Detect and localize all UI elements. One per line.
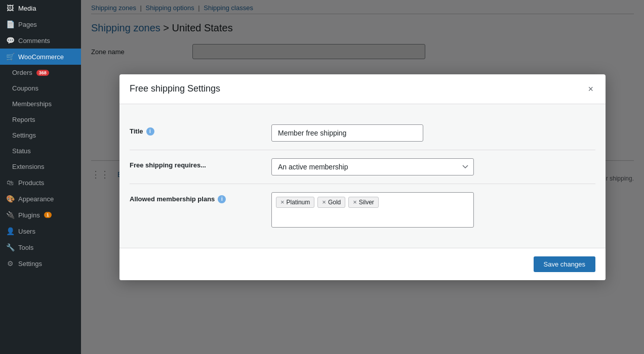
comments-icon: 💬 (6, 36, 14, 45)
sidebar-item-plugins[interactable]: 🔌 Plugins 1 (0, 207, 81, 223)
sidebar-item-reports[interactable]: Reports (0, 112, 81, 127)
title-input[interactable] (271, 124, 423, 142)
plugins-badge: 1 (44, 212, 52, 218)
modal-header: Free shipping Settings × (119, 74, 606, 104)
sidebar-item-woocommerce[interactable]: 🛒 WooCommerce (0, 49, 81, 65)
products-icon: 🛍 (6, 179, 14, 187)
orders-badge: 368 (36, 70, 49, 76)
modal-title: Free shipping Settings (130, 83, 220, 94)
requires-row: Free shipping requires... An active memb… (130, 150, 595, 184)
plans-row: Allowed membership plans i × Platinum × … (130, 184, 595, 236)
modal-footer: Save changes (119, 248, 606, 280)
plans-field: × Platinum × Gold × Silver (271, 192, 595, 228)
sidebar-item-media[interactable]: 🖼 Media (0, 0, 81, 16)
main-content: Shipping zones | Shipping options | Ship… (81, 0, 644, 354)
tools-icon: 🔧 (6, 243, 14, 251)
title-label: Title i (130, 124, 271, 136)
sidebar-item-tools[interactable]: 🔧 Tools (0, 239, 81, 255)
tag-silver-remove[interactable]: × (353, 199, 357, 205)
media-icon: 🖼 (6, 4, 14, 12)
users-icon: 👤 (6, 227, 14, 235)
sidebar-item-settings2[interactable]: ⚙ Settings (0, 255, 81, 272)
modal-body: Title i Free shipping requires... An act… (119, 104, 606, 248)
tags-container[interactable]: × Platinum × Gold × Silver (271, 192, 474, 228)
sidebar-item-settings[interactable]: Settings (0, 127, 81, 143)
sidebar-item-extensions[interactable]: Extensions (0, 159, 81, 174)
sidebar-item-orders[interactable]: Orders 368 (0, 65, 81, 80)
plans-info-icon[interactable]: i (218, 195, 226, 203)
tag-gold-remove[interactable]: × (322, 199, 326, 205)
sidebar-item-users[interactable]: 👤 Users (0, 223, 81, 239)
requires-label: Free shipping requires... (130, 158, 271, 169)
pages-icon: 📄 (6, 20, 14, 28)
requires-field: An active membership A valid coupon A mi… (271, 158, 595, 175)
free-shipping-modal: Free shipping Settings × Title i (119, 74, 606, 280)
woocommerce-icon: 🛒 (6, 53, 14, 61)
sidebar-item-products[interactable]: 🛍 Products (0, 174, 81, 191)
sidebar: 🖼 Media 📄 Pages 💬 Comments 🛒 WooCommerce… (0, 0, 81, 354)
title-field (271, 124, 595, 142)
sidebar-item-pages[interactable]: 📄 Pages (0, 16, 81, 32)
requires-select[interactable]: An active membership A valid coupon A mi… (271, 158, 474, 175)
sidebar-item-memberships[interactable]: Memberships (0, 96, 81, 112)
plans-label: Allowed membership plans i (130, 192, 271, 203)
save-changes-button[interactable]: Save changes (534, 256, 595, 272)
modal-close-button[interactable]: × (586, 82, 595, 96)
sidebar-item-status[interactable]: Status (0, 143, 81, 159)
sidebar-item-coupons[interactable]: Coupons (0, 80, 81, 96)
modal-overlay[interactable]: Free shipping Settings × Title i (81, 0, 644, 354)
sidebar-item-appearance[interactable]: 🎨 Appearance (0, 191, 81, 207)
title-info-icon[interactable]: i (146, 127, 154, 136)
tag-platinum: × Platinum (276, 197, 314, 208)
sidebar-item-comments[interactable]: 💬 Comments (0, 32, 81, 49)
settings-icon: ⚙ (6, 259, 14, 268)
tag-platinum-remove[interactable]: × (280, 199, 285, 205)
title-row: Title i (130, 116, 595, 150)
plugins-icon: 🔌 (6, 211, 14, 219)
appearance-icon: 🎨 (6, 195, 14, 203)
tag-silver: × Silver (348, 197, 379, 208)
tag-gold: × Gold (317, 197, 345, 208)
